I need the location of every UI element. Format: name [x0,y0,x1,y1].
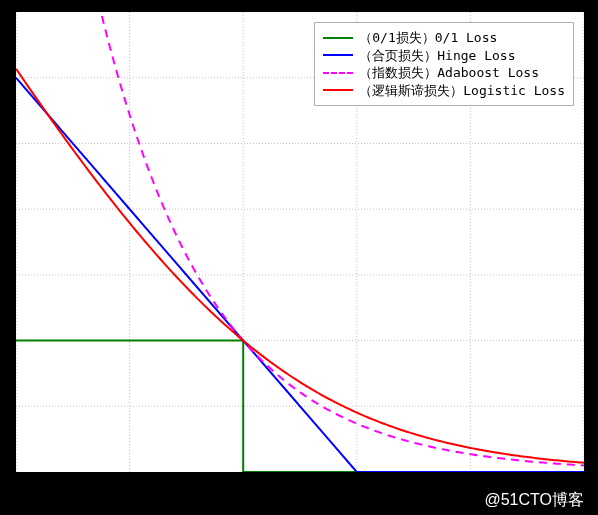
legend-label: （指数损失）Adaboost Loss [359,64,539,82]
legend: （0/1损失）0/1 Loss （合页损失）Hinge Loss （指数损失）A… [314,22,574,106]
watermark: @51CTO博客 [484,490,584,511]
legend-label: （合页损失）Hinge Loss [359,47,515,65]
legend-item-2: （指数损失）Adaboost Loss [323,64,565,82]
legend-swatch-3 [323,89,353,91]
legend-item-0: （0/1损失）0/1 Loss [323,29,565,47]
legend-swatch-1 [323,54,353,56]
legend-item-1: （合页损失）Hinge Loss [323,47,565,65]
legend-swatch-2 [323,72,353,74]
legend-label: （0/1损失）0/1 Loss [359,29,497,47]
legend-swatch-0 [323,37,353,39]
legend-item-3: （逻辑斯谛损失）Logistic Loss [323,82,565,100]
legend-label: （逻辑斯谛损失）Logistic Loss [359,82,565,100]
grid-horizontal [16,78,584,407]
plot-area: （0/1损失）0/1 Loss （合页损失）Hinge Loss （指数损失）A… [15,11,585,473]
